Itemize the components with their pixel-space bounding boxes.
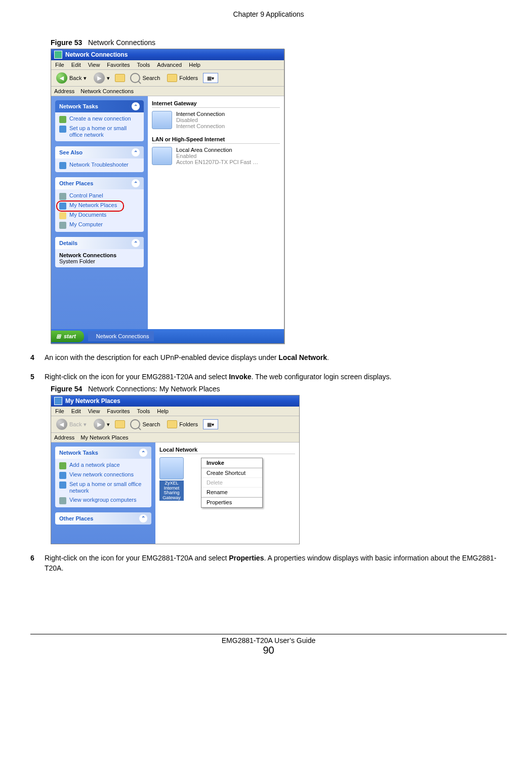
ctx-create-shortcut[interactable]: Create Shortcut: [201, 468, 262, 478]
menu-advanced[interactable]: Advanced: [157, 62, 182, 68]
step-6: 6 Right-click on the icon for your EMG28…: [30, 553, 507, 573]
link-my-network-places[interactable]: My Network Places: [59, 202, 140, 210]
task-label: Add a network place: [69, 462, 120, 468]
menu-favorites[interactable]: Favorites: [107, 62, 130, 68]
start-label: start: [64, 333, 76, 339]
folders-button[interactable]: Folders: [165, 420, 200, 429]
link-label: My Network Places: [69, 202, 117, 209]
start-button[interactable]: ⊞ start: [51, 331, 84, 342]
address-value[interactable]: Network Connections: [80, 88, 281, 94]
conn-device: Internet Connection: [176, 123, 225, 129]
folders-label: Folders: [179, 75, 198, 81]
collapse-icon: ⌃: [132, 148, 140, 156]
other-places-head[interactable]: Other Places ⌃: [55, 177, 144, 189]
back-arrow-icon: ◄: [56, 419, 67, 430]
titlebar[interactable]: Network Connections: [51, 49, 284, 60]
network-tasks-box: Network Tasks ⌃ Create a new connection …: [55, 100, 144, 141]
task-label: Set up a home or small office network: [69, 125, 140, 138]
device-caption: ZyXEL Internet Sharing Gateway: [159, 480, 184, 501]
menu-tools[interactable]: Tools: [137, 62, 150, 68]
menu-view[interactable]: View: [88, 62, 100, 68]
address-bar: Address Network Connections: [51, 87, 284, 96]
menu-bar: File Edit View Favorites Tools Help: [51, 407, 299, 416]
task-add-place[interactable]: Add a network place: [59, 462, 147, 469]
back-label: Back: [69, 75, 81, 81]
main-content: Local Network ZyXEL Internet Sharing Gat…: [155, 443, 299, 544]
menu-file[interactable]: File: [55, 62, 64, 68]
other-places-head[interactable]: Other Places ⌃: [55, 512, 151, 525]
conn-status: Disabled: [176, 117, 225, 123]
menu-help[interactable]: Help: [157, 408, 169, 414]
step-text: Right-click on the icon for your EMG2881…: [45, 553, 507, 573]
workgroup-icon: [59, 497, 66, 504]
titlebar[interactable]: My Network Places: [51, 395, 299, 407]
link-control-panel[interactable]: Control Panel: [59, 192, 140, 200]
task-setup-network[interactable]: Set up a home or small office network: [59, 481, 147, 494]
up-folder-icon[interactable]: [115, 420, 125, 428]
network-tasks-head[interactable]: Network Tasks ⌃: [55, 447, 151, 459]
control-panel-icon: [59, 193, 66, 200]
forward-arrow-icon: ►: [94, 72, 105, 84]
menu-tools[interactable]: Tools: [137, 408, 150, 414]
ctx-rename[interactable]: Rename: [201, 488, 262, 497]
menu-edit[interactable]: Edit: [71, 408, 81, 414]
back-button: ◄ Back ▾: [54, 418, 89, 430]
taskbar-item-network[interactable]: Network Connections: [88, 331, 154, 341]
cap-line: Gateway: [160, 496, 183, 500]
other-places-box: Other Places ⌃ Control Panel My Network …: [55, 177, 144, 232]
task-view-connections[interactable]: View network connections: [59, 471, 147, 479]
step-number: 5: [30, 372, 45, 382]
ctx-invoke[interactable]: Invoke: [201, 458, 262, 468]
window-title: My Network Places: [65, 397, 120, 405]
details-subtitle: System Folder: [59, 258, 140, 264]
task-label: Set up a home or small office network: [69, 481, 147, 494]
device-zyxel-gateway[interactable]: ZyXEL Internet Sharing Gateway: [159, 457, 184, 501]
text-bold: Invoke: [229, 373, 251, 381]
network-tasks-head[interactable]: Network Tasks ⌃: [55, 100, 144, 112]
connection-internet[interactable]: Internet Connection Disabled Internet Co…: [152, 111, 280, 129]
back-label: Back: [69, 421, 81, 427]
address-value[interactable]: My Network Places: [80, 434, 296, 440]
step-number: 4: [30, 353, 45, 363]
conn-device: Accton EN1207D-TX PCI Fast …: [176, 159, 258, 165]
text-part: Right-click on the icon for your EMG2881…: [45, 373, 229, 381]
task-setup-network[interactable]: Set up a home or small office network: [59, 125, 140, 138]
lan-icon: [152, 147, 172, 165]
menu-help[interactable]: Help: [189, 62, 200, 68]
task-view-workgroup[interactable]: View workgroup computers: [59, 497, 147, 504]
gateway-icon: [152, 111, 172, 129]
views-button[interactable]: ▦▾: [203, 419, 218, 429]
home-network-icon: [59, 126, 66, 133]
group-internet-gateway: Internet Gateway: [152, 100, 280, 108]
back-button[interactable]: ◄ Back ▾: [54, 72, 89, 84]
folders-label: Folders: [179, 421, 198, 427]
menu-favorites[interactable]: Favorites: [107, 408, 130, 414]
link-my-documents[interactable]: My Documents: [59, 212, 140, 219]
menu-view[interactable]: View: [88, 408, 100, 414]
link-my-computer[interactable]: My Computer: [59, 221, 140, 229]
link-troubleshooter[interactable]: Network Troubleshooter: [59, 162, 140, 169]
figure54-title: Network Connections: My Network Places: [88, 385, 220, 393]
see-also-head[interactable]: See Also ⌃: [55, 146, 144, 158]
figure54-caption: Figure 54 Network Connections: My Networ…: [51, 385, 507, 393]
ctx-properties[interactable]: Properties: [201, 497, 262, 507]
menu-file[interactable]: File: [55, 408, 64, 414]
home-network-icon: [59, 481, 66, 489]
task-create-connection[interactable]: Create a new connection: [59, 115, 140, 123]
details-head[interactable]: Details ⌃: [55, 237, 144, 249]
start-flag-icon: ⊞: [56, 333, 61, 340]
figure53-caption: Figure 53 Network Connections: [51, 38, 507, 47]
views-button[interactable]: ▦▾: [203, 73, 218, 83]
menu-edit[interactable]: Edit: [71, 62, 81, 68]
search-button[interactable]: Search: [128, 419, 162, 430]
folders-button[interactable]: Folders: [165, 73, 200, 83]
computer-icon: [59, 222, 66, 229]
connection-lan[interactable]: Local Area Connection Enabled Accton EN1…: [152, 147, 280, 165]
search-button[interactable]: Search: [128, 72, 162, 84]
step-5: 5 Right-click on the icon for your EMG28…: [30, 372, 507, 382]
up-folder-icon[interactable]: [115, 74, 125, 82]
network-places-icon: [54, 397, 62, 405]
folders-icon: [167, 74, 177, 82]
forward-button[interactable]: ► ▾: [92, 72, 112, 84]
side-panel: Network Tasks ⌃ Create a new connection …: [51, 96, 148, 329]
